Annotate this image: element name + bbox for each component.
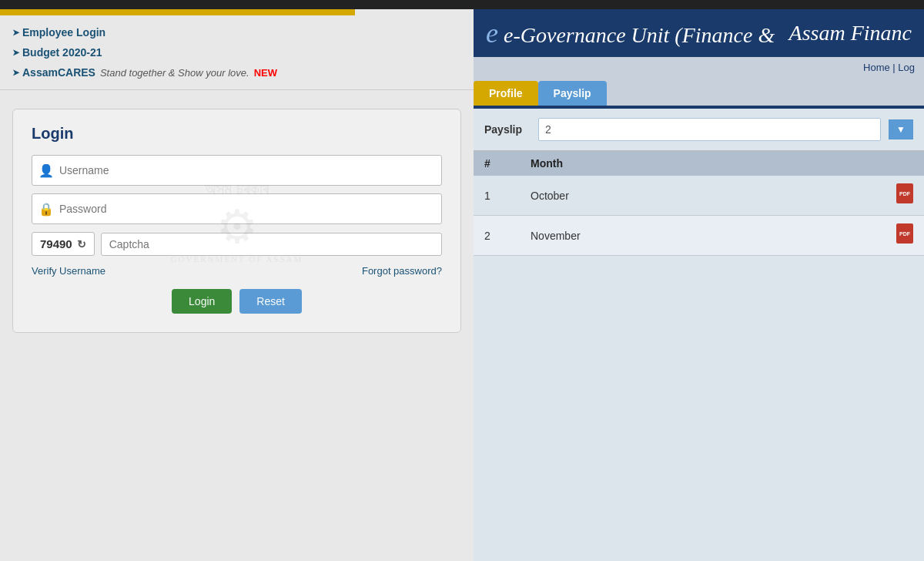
- verify-username-link[interactable]: Verify Username: [32, 265, 105, 277]
- captcha-row: 79490 ↻: [32, 232, 442, 256]
- tab-payslip[interactable]: Payslip: [538, 81, 607, 106]
- password-input[interactable]: [59, 203, 435, 215]
- chevron-icon: ➤: [12, 28, 19, 38]
- right-top-bar: [474, 0, 924, 9]
- login-card: অসম চৰকাৰ ⚙ GOVERNMENT OF ASSAM Login 👤 …: [12, 109, 461, 333]
- pdf-icon-row-1[interactable]: [896, 183, 913, 207]
- assam-cares-row: ➤ AssamCARES Stand together & Show your …: [12, 66, 461, 79]
- table-row: 1 October: [474, 176, 924, 216]
- refresh-icon[interactable]: ↻: [77, 238, 86, 250]
- pdf-icon-row-2[interactable]: [896, 223, 913, 247]
- nav-links: ➤ Employee Login ➤ Budget 2020-21 ➤ Assa…: [0, 15, 474, 79]
- user-icon: 👤: [38, 163, 53, 178]
- chevron-icon: ➤: [12, 68, 19, 78]
- row-2-month: November: [531, 230, 896, 242]
- login-button[interactable]: Login: [172, 289, 232, 314]
- employee-login-link[interactable]: ➤ Employee Login: [12, 26, 461, 39]
- form-links-row: Verify Username Forgot password?: [32, 265, 442, 277]
- login-title: Login: [32, 125, 442, 143]
- forgot-password-link[interactable]: Forgot password?: [362, 265, 442, 277]
- username-input[interactable]: [59, 164, 435, 176]
- right-header: e e-Governance Unit (Finance & Assam Fin…: [474, 9, 924, 57]
- assam-cares-link[interactable]: ➤ AssamCARES: [12, 66, 95, 79]
- right-panel: e e-Governance Unit (Finance & Assam Fin…: [474, 0, 924, 561]
- pdf-icon[interactable]: [896, 183, 913, 203]
- top-bar: [0, 0, 474, 9]
- divider: [0, 89, 474, 90]
- username-input-group: 👤: [32, 155, 442, 186]
- yellow-bar: [0, 9, 355, 15]
- col-hash: #: [484, 157, 531, 170]
- reset-button[interactable]: Reset: [239, 289, 302, 314]
- row-2-num: 2: [484, 230, 531, 242]
- tagline: Stand together & Show your love.: [100, 67, 249, 79]
- captcha-display: 79490 ↻: [32, 232, 95, 256]
- password-input-group: 🔒: [32, 193, 442, 224]
- table-area: # Month 1 October 2 November: [474, 151, 924, 561]
- table-header: # Month: [474, 151, 924, 176]
- row-1-num: 1: [484, 190, 531, 202]
- chevron-icon: ➤: [12, 48, 19, 58]
- header-brand: e e-Governance Unit (Finance &: [486, 17, 775, 49]
- payslip-filter-row: Payslip ▼: [474, 109, 924, 151]
- payslip-label: Payslip: [484, 123, 531, 136]
- tabs-bar: Profile Payslip: [474, 78, 924, 106]
- dropdown-arrow-button[interactable]: ▼: [889, 119, 913, 139]
- row-1-month: October: [531, 190, 896, 202]
- lock-icon: 🔒: [38, 202, 53, 217]
- col-month: Month: [531, 157, 913, 170]
- tab-profile[interactable]: Profile: [474, 81, 538, 106]
- right-nav: Home | Log: [474, 57, 924, 78]
- payslip-select[interactable]: [538, 118, 881, 141]
- button-row: Login Reset: [32, 289, 442, 314]
- nav-links-right[interactable]: Home | Log: [863, 62, 915, 73]
- captcha-input[interactable]: [101, 233, 442, 256]
- left-panel: ➤ Employee Login ➤ Budget 2020-21 ➤ Assa…: [0, 0, 474, 561]
- new-badge: NEW: [254, 67, 277, 79]
- header-assam: Assam Financ: [789, 21, 912, 45]
- budget-link[interactable]: ➤ Budget 2020-21: [12, 46, 461, 59]
- pdf-icon[interactable]: [896, 223, 913, 244]
- table-row: 2 November: [474, 216, 924, 256]
